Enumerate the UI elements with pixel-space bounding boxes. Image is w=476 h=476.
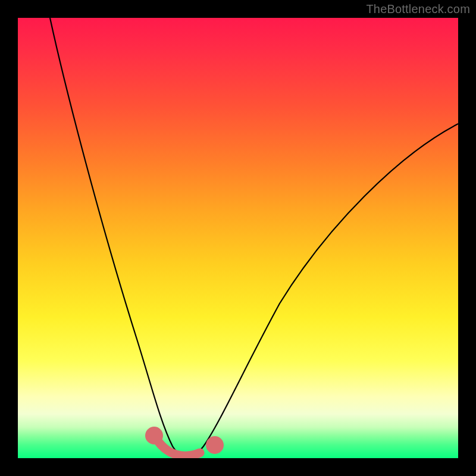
- svg-point-0: [150, 431, 159, 440]
- watermark-text: TheBottleneck.com: [366, 2, 470, 16]
- chart-frame: TheBottleneck.com: [0, 0, 476, 476]
- bottleneck-curve: [50, 18, 458, 456]
- highlight-band: [150, 431, 220, 456]
- svg-point-1: [211, 441, 220, 450]
- plot-area: [18, 18, 458, 458]
- curve-svg: [18, 18, 458, 458]
